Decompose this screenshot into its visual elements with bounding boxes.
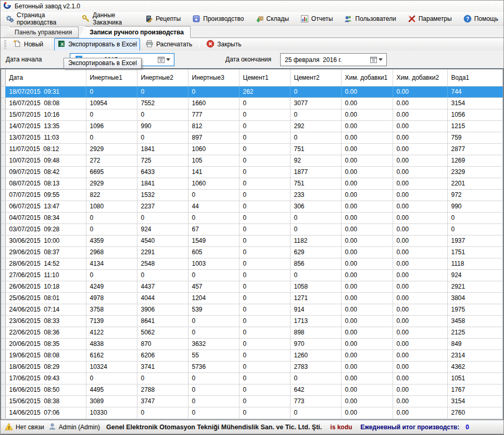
table-row[interactable]: 04/07/2015 08:34000000.000.000 (1, 212, 503, 223)
menu-item-production-page[interactable]: Страница производства (4, 10, 72, 27)
table-cell: 0.00 (341, 235, 393, 246)
table-row[interactable]: 09/07/2015 08:4266956433141018770.000.00… (1, 166, 503, 178)
column-header-cement2[interactable]: Цемент2 (290, 69, 341, 86)
row-selector[interactable] (1, 258, 5, 269)
table-cell: 0 (188, 86, 239, 97)
table-row[interactable]: 07/07/2015 09:558221532002330.000.00972 (1, 189, 503, 201)
row-selector[interactable] (1, 304, 5, 315)
column-header-inert3[interactable]: Инертные3 (188, 69, 239, 86)
menu-item-help[interactable]: ? Помощь (461, 14, 500, 24)
row-selector[interactable] (1, 338, 5, 350)
table-row[interactable]: 15/07/2015 10:1600777000.000.001056 (1, 109, 503, 120)
menu-item-production[interactable]: Производство (190, 14, 246, 24)
table-cell: 5062 (137, 327, 188, 338)
table-cell: 0 (188, 269, 239, 281)
start-date-calendar-button[interactable] (156, 55, 172, 65)
table-cell: 1204 (188, 292, 239, 304)
table-row[interactable]: 22/06/2015 08:3641225062008980.000.00212… (1, 327, 503, 338)
table-row[interactable]: 16/06/2015 08:5044952788006420.000.00176… (1, 384, 503, 395)
table-row[interactable]: 27/06/2015 11:10000000.000.00924 (1, 269, 503, 281)
table-row[interactable]: 06/07/2015 13:47108022374403060.000.0099… (1, 201, 503, 212)
row-selector[interactable] (1, 407, 5, 418)
row-selector[interactable] (1, 327, 5, 338)
print-button[interactable]: Распечатать (142, 38, 195, 51)
row-selector[interactable] (1, 212, 5, 223)
table-row[interactable]: 17/06/2015 09:43000000.000.001051 (1, 372, 503, 384)
menu-item-recipes[interactable]: Рецепты (143, 14, 183, 24)
table-cell: 0.00 (341, 246, 393, 258)
table-row[interactable]: 24/06/2015 07:143758390653909140.000.001… (1, 304, 503, 315)
table-row[interactable]: 08/07/2015 08:1329291841106007510.000.00… (1, 178, 503, 189)
column-header-chem1[interactable]: Хим. добавки1 (341, 69, 393, 86)
tab-control-panel[interactable]: Панель управления (4, 27, 79, 38)
row-selector[interactable] (1, 372, 5, 384)
table-row[interactable]: 28/06/2015 14:5241342548100308560.000.00… (1, 258, 503, 269)
user-icon (48, 422, 56, 432)
row-selector[interactable] (1, 97, 5, 109)
row-selector[interactable] (1, 132, 5, 143)
menu-item-warehouses[interactable]: Склады (254, 14, 291, 24)
table-row[interactable]: 14/06/2015 07:061033000000.000.002760 (1, 407, 503, 418)
menu-item-parameters[interactable]: Параметры (406, 14, 454, 24)
table-cell: 457 (188, 281, 239, 292)
table-row[interactable]: 03/07/2015 09:28092467000.000.000 (1, 223, 503, 235)
menu-item-reports[interactable]: Отчеты (298, 14, 335, 24)
table-row[interactable]: 14/07/2015 13:35109699081202920.000.0012… (1, 120, 503, 132)
column-header-inert1[interactable]: Инертные1 (86, 69, 137, 86)
row-selector[interactable] (1, 109, 5, 120)
new-button[interactable]: Новый (10, 38, 46, 51)
row-selector[interactable] (1, 120, 5, 132)
row-selector[interactable] (1, 350, 5, 361)
menu-item-users[interactable]: Пользователи (342, 14, 398, 24)
table-cell: 6695 (86, 166, 137, 178)
column-header-chem2[interactable]: Хим. добавки2 (393, 69, 447, 86)
row-selector[interactable] (1, 315, 5, 327)
table-cell: 2783 (290, 361, 341, 372)
toolbar-grip[interactable] (4, 40, 6, 48)
row-selector[interactable] (1, 223, 5, 235)
row-selector[interactable] (1, 155, 5, 166)
end-date-picker[interactable]: 25 февраля 2016 г. (280, 53, 387, 66)
table-row[interactable]: 18/07/2015 09:3100026200.000.00744 (1, 86, 503, 97)
row-selector[interactable] (1, 166, 5, 178)
row-selector[interactable] (1, 269, 5, 281)
table-cell: 897 (188, 132, 239, 143)
row-selector[interactable] (1, 395, 5, 407)
row-selector[interactable] (1, 384, 5, 395)
table-row[interactable]: 25/06/2015 08:01497840441204012710.000.0… (1, 292, 503, 304)
table-row[interactable]: 16/07/2015 08:081095475521660030770.000.… (1, 97, 503, 109)
table-row[interactable]: 23/06/2015 08:33713986410017130.000.0034… (1, 315, 503, 327)
column-header-inert2[interactable]: Инертные2 (137, 69, 188, 86)
row-selector[interactable] (1, 281, 5, 292)
close-button[interactable]: Закрыть (203, 38, 244, 51)
row-selector[interactable] (1, 246, 5, 258)
table-row[interactable]: 11/07/2015 08:1229291841106007510.000.00… (1, 143, 503, 155)
row-selector[interactable] (1, 292, 5, 304)
menu-item-customer-data[interactable]: Данные Заказчика (80, 10, 135, 27)
column-header-cement1[interactable]: Цемент1 (239, 69, 290, 86)
table-row[interactable]: 18/06/2015 08:291032437415736027830.000.… (1, 361, 503, 372)
table-row[interactable]: 19/06/2015 08:086162620655012600.000.002… (1, 350, 503, 361)
row-selector[interactable] (1, 86, 5, 97)
table-row[interactable]: 10/07/2015 09:482727251050920.000.001269 (1, 155, 503, 166)
column-header-water1[interactable]: Вода1 (447, 69, 503, 86)
tab-manual-production-records[interactable]: Записи ручного производства (79, 26, 191, 38)
table-row[interactable]: 20/06/2015 08:354838870363209700.000.008… (1, 338, 503, 350)
export-excel-button[interactable]: X Экспортировать в Excel (54, 38, 140, 51)
table-row[interactable]: 26/06/2015 10:1842494437457010580.000.00… (1, 281, 503, 292)
row-selector[interactable] (1, 189, 5, 201)
table-row[interactable]: 13/07/2015 11:0300897000.000.00759 (1, 132, 503, 143)
row-selector[interactable] (1, 201, 5, 212)
row-selector[interactable] (1, 143, 5, 155)
table-row[interactable]: 15/06/2015 08:3830893747007730.000.00315… (1, 395, 503, 407)
end-date-calendar-button[interactable] (368, 55, 385, 65)
row-selector[interactable] (1, 178, 5, 189)
end-date-value[interactable]: 25 февраля 2016 г. (281, 56, 342, 64)
row-selector[interactable] (1, 235, 5, 246)
table-row[interactable]: 30/06/2015 10:00435945401549011820.000.0… (1, 235, 503, 246)
table-cell: 0.00 (341, 292, 393, 304)
column-header-date[interactable]: Дата (5, 69, 86, 86)
row-selector[interactable] (1, 361, 5, 372)
table-cell: 0.00 (341, 350, 393, 361)
table-row[interactable]: 29/06/2015 08:372968229160506290.000.001… (1, 246, 503, 258)
